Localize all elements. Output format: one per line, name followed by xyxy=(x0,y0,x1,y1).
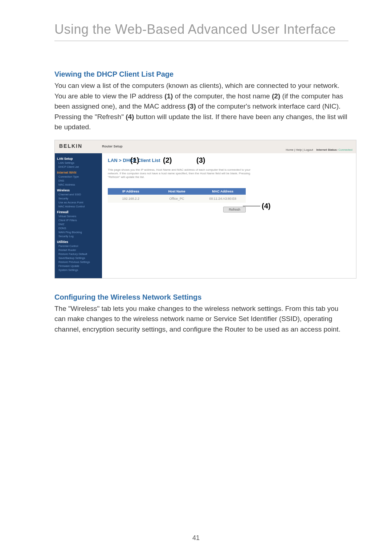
callout-1: (1) xyxy=(130,156,139,165)
callout-ref-1: (1) xyxy=(164,92,173,100)
sidebar-item[interactable]: DNS xyxy=(58,179,100,182)
sidebar-head-lan: LAN Setup xyxy=(57,157,100,161)
sidebar-item[interactable]: MAC Address xyxy=(58,183,100,186)
status-value: Connected xyxy=(338,148,352,151)
cell-mac: 00:11:24:A3:80:E8 xyxy=(200,197,246,200)
sidebar-item[interactable]: DMZ xyxy=(58,223,100,226)
page-title: Using the Web-Based Advanced User Interf… xyxy=(54,22,348,37)
callout-ref-4: (4) xyxy=(126,113,134,121)
callout-2: (2) xyxy=(163,156,172,165)
page-description: This page shows you the IP address, Host… xyxy=(108,168,260,179)
sidebar-item[interactable]: WAN Ping Blocking xyxy=(58,231,100,234)
sidebar-item[interactable]: Restore Factory Default xyxy=(58,252,100,256)
callout-ref-2: (2) xyxy=(272,92,280,100)
sidebar-item[interactable]: Security Log xyxy=(58,235,100,238)
sidebar-item[interactable]: Channel and SSID xyxy=(58,193,100,196)
refresh-wrap: Refresh xyxy=(108,206,246,212)
section2-heading: Configuring the Wireless Network Setting… xyxy=(54,293,348,301)
col-host-name: Host Name xyxy=(154,190,200,193)
callout-4-line xyxy=(243,206,260,206)
dhcp-client-table: IP Address Host Name MAC Address 192.168… xyxy=(108,188,246,203)
setup-label: Router Setup xyxy=(102,145,123,148)
sidebar-item[interactable]: Virtual Servers xyxy=(58,215,100,218)
sidebar-item[interactable]: LAN Settings xyxy=(58,161,100,165)
home-link[interactable]: Home xyxy=(286,148,293,151)
status-label: Internet Status: xyxy=(316,148,338,151)
sidebar-item[interactable]: Restore Previous Settings xyxy=(58,260,100,264)
screenshot-topbar: BELKIN Router Setup Home | Help | Logout… xyxy=(55,140,356,154)
cell-host: Office_PC xyxy=(154,197,200,200)
breadcrumb: LAN > DHCP Client List xyxy=(108,158,350,163)
sidebar-item[interactable]: Firmware Update xyxy=(58,264,100,268)
brand-logo: BELKIN xyxy=(59,143,82,149)
help-link[interactable]: Help xyxy=(296,148,302,151)
sidebar-head-wan: Internet WAN xyxy=(57,171,100,174)
callout-4: (4) xyxy=(262,202,270,210)
page-number: 41 xyxy=(0,534,392,542)
sidebar-head-wireless: Wireless xyxy=(57,188,100,192)
router-screenshot: BELKIN Router Setup Home | Help | Logout… xyxy=(54,140,356,279)
sidebar-item[interactable]: Parental Control xyxy=(58,244,100,248)
screenshot-sidebar: LAN Setup LAN Settings DHCP Client List … xyxy=(55,153,102,278)
title-rule xyxy=(54,41,348,41)
col-mac-address: MAC Address xyxy=(200,190,246,193)
section1-body: You can view a list of the computers (kn… xyxy=(54,81,348,133)
sidebar-item[interactable]: Use as Access Point xyxy=(58,201,100,204)
sidebar-item[interactable]: System Settings xyxy=(58,268,100,272)
sidebar-item[interactable]: DDNS xyxy=(58,227,100,230)
table-header-row: IP Address Host Name MAC Address xyxy=(108,188,246,195)
sidebar-item[interactable]: Save/Backup Settings xyxy=(58,256,100,260)
col-ip-address: IP Address xyxy=(108,190,154,193)
text: of the computer, the host name xyxy=(173,92,272,100)
sidebar-item[interactable]: Security xyxy=(58,197,100,200)
sidebar-head-firewall: Firewall xyxy=(57,210,100,214)
top-right-links: Home | Help | Logout Internet Status: Co… xyxy=(286,148,352,151)
callout-3: (3) xyxy=(196,156,205,165)
sidebar-item[interactable]: Client IP Filters xyxy=(58,219,100,222)
cell-ip: 192.168.2.2 xyxy=(108,197,154,200)
section1-heading: Viewing the DHCP Client List Page xyxy=(54,70,348,78)
section2-body: The "Wireless" tab lets you make changes… xyxy=(54,304,348,335)
refresh-button[interactable]: Refresh xyxy=(223,207,246,212)
sidebar-item[interactable]: Connection Type xyxy=(58,175,100,178)
table-row: 192.168.2.2 Office_PC 00:11:24:A3:80:E8 xyxy=(108,195,246,203)
sidebar-item[interactable]: MAC Address Control xyxy=(58,205,100,208)
callout-ref-3: (3) xyxy=(188,102,196,110)
screenshot-main: LAN > DHCP Client List This page shows y… xyxy=(102,153,356,278)
sidebar-item[interactable]: DHCP Client List xyxy=(58,165,100,169)
sidebar-head-utilities: Utilities xyxy=(57,240,100,244)
logout-link[interactable]: Logout xyxy=(304,148,313,151)
sidebar-item[interactable]: Restart Router xyxy=(58,248,100,252)
